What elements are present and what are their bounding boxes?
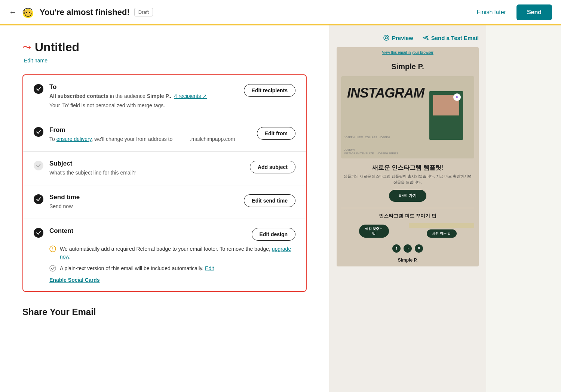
campaign-header: ⤳ Untitled — [22, 40, 307, 54]
back-button[interactable]: ← — [9, 8, 16, 16]
plain-text-text: A plain-text version of this email will … — [60, 265, 214, 272]
cta-2: 색감 맞추는 법 — [359, 225, 389, 238]
sendtime-desc: Send now — [49, 203, 238, 210]
subject-desc: What's the subject line for this email? — [49, 169, 244, 177]
image-card-2: 사진 찍는 법 — [409, 223, 474, 238]
send-test-icon — [422, 34, 429, 41]
to-note: Your 'To' field is not personalized with… — [49, 102, 238, 109]
email-social-row: f ○ ✕ — [337, 241, 479, 256]
canva-badge: C — [453, 93, 461, 101]
enable-social-cards-link[interactable]: Enable Social Cards — [49, 277, 295, 283]
subject-label: Subject — [49, 160, 244, 167]
right-panel: Preview Send a Test Email View this emai… — [329, 25, 486, 392]
content-label: Content — [49, 227, 246, 235]
to-desc: All subscribed contacts in the audience … — [49, 92, 238, 100]
twitter-x-icon: ✕ — [415, 244, 423, 253]
campaign-title: Untitled — [35, 40, 79, 54]
referral-badge-text: We automatically add a required Referral… — [60, 245, 295, 261]
svg-point-2 — [26, 12, 27, 13]
plain-text-note: A plain-text version of this email will … — [49, 265, 295, 273]
referral-badge-note: ! We automatically add a required Referr… — [49, 245, 295, 261]
recipients-link[interactable]: 4 recipients ↗ — [174, 93, 207, 99]
send-button[interactable]: Send — [516, 4, 552, 20]
draft-badge: Draft — [134, 8, 153, 16]
share-section-title: Share Your Email — [22, 307, 307, 317]
edit-from-button[interactable]: Edit from — [257, 127, 295, 140]
warning-icon: ! — [49, 246, 56, 254]
finish-later-button[interactable]: Finish later — [472, 6, 511, 19]
upgrade-now-link[interactable]: upgrade now — [60, 246, 291, 260]
svg-point-10 — [385, 37, 387, 39]
to-content: To All subscribed contacts in the audien… — [49, 83, 238, 109]
email-preview: View this email in your browser Simple P… — [337, 47, 479, 266]
mailchimp-logo-icon: ear — [21, 5, 35, 19]
content-notes: ! We automatically add a required Referr… — [34, 245, 295, 283]
checklist-item-subject: Subject What's the subject line for this… — [23, 152, 306, 185]
instagram-icon: ○ — [404, 244, 412, 253]
nav-title: You're almost finished! — [40, 7, 130, 17]
facebook-icon: f — [392, 244, 401, 253]
checklist-item-content: Content Edit design ! We automatically a… — [23, 219, 306, 291]
checklist-item-sendtime: Send time Send now Edit send time — [23, 185, 306, 219]
svg-point-9 — [384, 35, 389, 40]
preview-button[interactable]: Preview — [383, 34, 413, 41]
email-section-title: 인스타그램 피드 꾸미기 팁 — [337, 213, 479, 223]
image-2 — [409, 223, 474, 228]
checklist-item-from: From To ensure delivery, we'll change yo… — [23, 118, 306, 152]
instagram-hero-text: INSTAGRAM — [347, 84, 424, 102]
edit-design-button[interactable]: Edit design — [252, 228, 295, 241]
edit-name-link[interactable]: Edit name — [24, 58, 47, 64]
svg-point-3 — [29, 12, 30, 13]
checklist-item-to: To All subscribed contacts in the audien… — [23, 75, 306, 118]
email-subtitle: 새로운 인스타그램 템플릿! — [337, 158, 479, 173]
content-label-area: Content — [49, 227, 246, 236]
view-in-browser-link: View this email in your browser — [337, 47, 479, 58]
share-section: Share Your Email — [22, 307, 307, 317]
email-cta-button: 바로 가기 — [389, 190, 426, 201]
svg-point-8 — [50, 265, 56, 271]
email-footer-brand: Simple P. — [337, 256, 479, 266]
to-label: To — [49, 83, 238, 91]
email-hero: INSTAGRAM C JOSEPH NEW COLLABS JOSEPH JO… — [341, 76, 474, 158]
email-body-text: 샘플피의 새로운 인스타그램 템플릿이 출시되었습니다. 지금 바로 확인하시면… — [337, 173, 479, 190]
edit-sendtime-button[interactable]: Edit send time — [244, 194, 295, 207]
email-brand-title: Simple P. — [337, 58, 479, 76]
chimp-arrow-icon: ⤳ — [22, 41, 31, 53]
send-test-email-button[interactable]: Send a Test Email — [422, 34, 479, 41]
cta-3: 사진 찍는 법 — [427, 229, 457, 238]
email-image-row: 색감 맞추는 법 사진 찍는 법 — [337, 223, 479, 241]
sendtime-content: Send time Send now — [49, 194, 238, 210]
checklist-card: To All subscribed contacts in the audien… — [22, 74, 307, 292]
sendtime-label: Send time — [49, 194, 238, 201]
from-label: From — [49, 126, 251, 134]
from-desc: To ensure delivery, we'll change your fr… — [49, 135, 251, 143]
sendtime-check-icon — [34, 194, 43, 204]
add-subject-button[interactable]: Add subject — [250, 161, 295, 173]
preview-icon — [383, 34, 390, 41]
left-panel: ⤳ Untitled Edit name To All subscribed c… — [0, 25, 329, 392]
plain-text-icon — [49, 265, 56, 273]
to-check-icon — [34, 84, 43, 94]
from-content: From To ensure delivery, we'll change yo… — [49, 126, 251, 143]
hero-labels: JOSEPH NEW COLLABS JOSEPH JOSEPHINSTAGRA… — [344, 136, 398, 155]
svg-text:ear: ear — [23, 11, 26, 13]
from-check-icon — [34, 127, 43, 137]
top-navigation: ← ear You're almost finished! Draft Fini… — [0, 0, 561, 25]
subject-content: Subject What's the subject line for this… — [49, 160, 244, 177]
subject-check-icon — [34, 161, 43, 170]
edit-recipients-button[interactable]: Edit recipients — [244, 84, 295, 97]
hero-image: C — [429, 91, 463, 140]
svg-text:!: ! — [52, 247, 53, 251]
preview-toolbar: Preview Send a Test Email — [337, 34, 479, 41]
plain-text-edit-link[interactable]: Edit — [205, 265, 214, 271]
image-card-1: 색감 맞추는 법 — [341, 223, 407, 238]
content-check-icon — [34, 228, 43, 238]
ensure-delivery-link[interactable]: ensure delivery — [56, 136, 92, 142]
email-divider — [341, 208, 474, 208]
mailchimp-logo: ear — [21, 5, 35, 19]
